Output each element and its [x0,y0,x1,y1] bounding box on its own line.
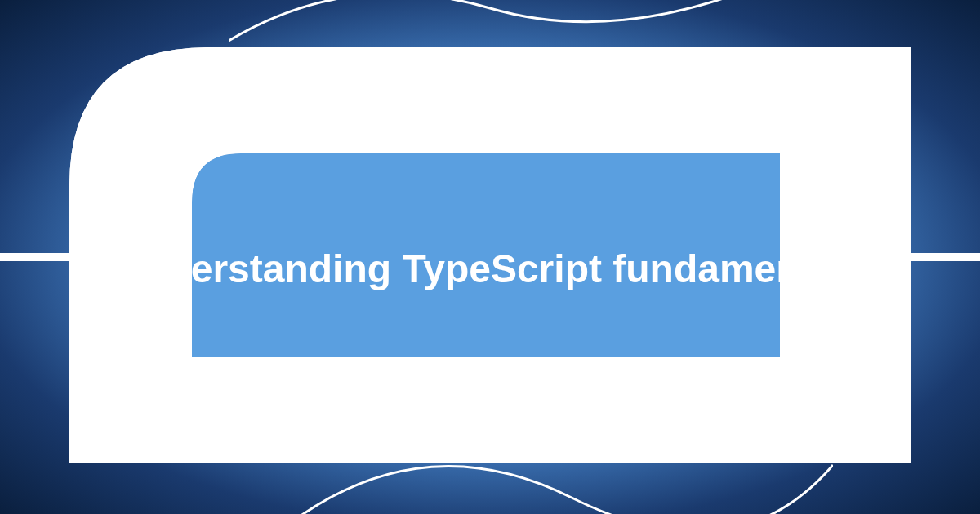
hero-title: derstanding TypeScript fundament [0,246,980,291]
